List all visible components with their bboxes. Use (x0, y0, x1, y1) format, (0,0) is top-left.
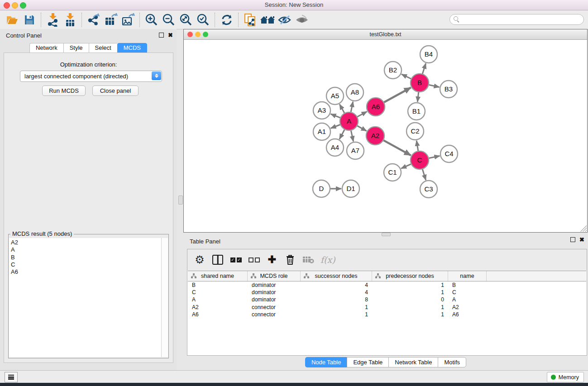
show-all-networks-icon[interactable] (259, 12, 276, 28)
memory-label: Memory (559, 374, 579, 381)
tab-node-table[interactable]: Node Table (305, 357, 347, 367)
edge-A-A5 (339, 104, 344, 113)
table-row[interactable]: Adominator80A (188, 296, 586, 303)
close-panel-icon[interactable]: ✖ (168, 33, 173, 38)
export-network-icon[interactable] (85, 12, 102, 28)
export-image-icon[interactable] (120, 12, 137, 28)
edge-A-A7 (351, 131, 353, 142)
import-table-icon[interactable] (62, 12, 79, 28)
tab-style[interactable]: Style (63, 43, 89, 53)
column-header-predecessor-nodes[interactable]: predecessor nodes (372, 271, 448, 281)
mcds-result-item[interactable]: A (9, 246, 161, 253)
graph-node-label: B2 (389, 66, 397, 74)
edge-A2-C (383, 140, 411, 155)
show-selected-icon[interactable] (293, 12, 311, 28)
function-builder-icon[interactable]: f(x) (320, 253, 335, 267)
table-cell: A2 (188, 304, 248, 311)
search-field (449, 14, 584, 25)
column-header-MCDS-role[interactable]: MCDS role (248, 271, 301, 281)
table-cell: B (448, 281, 487, 289)
save-session-icon[interactable] (21, 12, 38, 28)
task-history-button[interactable] (5, 372, 18, 382)
deselect-all-rows-icon[interactable] (248, 253, 260, 267)
table-cell: 1 (372, 311, 448, 318)
mcds-result-item[interactable]: A6 (9, 268, 161, 276)
open-file-icon[interactable] (4, 12, 21, 28)
mcds-result-item[interactable]: C (9, 261, 161, 268)
hide-selected-icon[interactable] (276, 12, 293, 28)
import-network-icon[interactable] (44, 12, 62, 28)
delete-table-icon[interactable] (302, 253, 314, 267)
network-canvas[interactable]: AA1A2A3A4A5A6A7A8BB1B2B3B4CC1C2C3C4DD1 (184, 39, 586, 231)
app-titlebar: Session: New Session (0, 0, 588, 10)
run-mcds-button[interactable]: Run MCDS (42, 86, 86, 96)
control-panel: Control Panel ✖ NetworkStyleSelectMCDS O… (0, 29, 177, 370)
column-header-successor-nodes[interactable]: successor nodes (301, 271, 372, 281)
mcds-result-item[interactable]: A2 (9, 239, 161, 246)
tab-network[interactable]: Network (29, 43, 63, 53)
dropdown-value: largest connected component (directed) (24, 73, 128, 80)
edge-B-B2 (402, 74, 411, 79)
edge-A6-B (384, 88, 411, 102)
window-resize-grip[interactable] (580, 225, 587, 232)
mcds-result-scrollbar[interactable] (161, 238, 168, 357)
graph-node-label: A (347, 117, 351, 125)
search-input[interactable] (449, 14, 584, 25)
float-table-panel-icon[interactable] (570, 237, 575, 242)
duplicate-network-icon[interactable] (242, 12, 259, 28)
zoom-selected-icon[interactable] (195, 12, 212, 28)
zoom-out-icon[interactable] (160, 12, 177, 28)
table-cell: 1 (372, 304, 448, 311)
node-table: shared nameMCDS rolesuccessor nodesprede… (188, 271, 586, 355)
table-panel-tabs: Node TableEdge TableNetwork TableMotifs (183, 357, 588, 367)
close-panel-button[interactable]: Close panel (92, 86, 139, 96)
graph-node-label: A6 (372, 103, 380, 110)
table-header-row: shared nameMCDS rolesuccessor nodesprede… (188, 271, 586, 281)
mcds-result-item[interactable]: B (9, 254, 161, 261)
column-header-shared-name[interactable]: shared name (188, 271, 248, 281)
dropdown-stepper-icon (152, 71, 161, 80)
table-row[interactable]: A6connector11A6 (188, 311, 586, 318)
add-column-icon[interactable]: ✚ (266, 253, 278, 267)
network-window-titlebar[interactable]: testGlobe.txt (184, 29, 587, 40)
tab-motifs[interactable]: Motifs (438, 357, 466, 367)
column-header-name[interactable]: name (448, 271, 487, 281)
table-cell: B (188, 281, 248, 289)
tab-select[interactable]: Select (89, 43, 117, 53)
graph-node-label: B3 (445, 85, 453, 93)
edge-B-B3 (429, 85, 440, 87)
tab-mcds[interactable]: MCDS (117, 43, 147, 53)
mcds-result-list[interactable]: A2ABCA6 (9, 238, 161, 357)
splitpane-handle-vertical[interactable] (178, 195, 183, 205)
show-columns-icon[interactable] (212, 253, 224, 267)
zoom-in-icon[interactable] (143, 12, 160, 28)
tab-network-table[interactable]: Network Table (388, 357, 438, 367)
main-toolbar (0, 10, 588, 29)
memory-button[interactable]: Memory (547, 372, 584, 382)
control-panel-tabs: NetworkStyleSelectMCDS (0, 43, 177, 53)
table-panel-title: Table Panel (190, 238, 220, 245)
refresh-icon[interactable] (218, 12, 235, 28)
table-row[interactable]: Bdominator41B (188, 281, 586, 289)
toolbar-separator (139, 13, 140, 27)
table-settings-gear-icon[interactable]: ⚙ (194, 253, 206, 267)
select-all-rows-icon[interactable]: ✓✓ (230, 253, 242, 267)
column-label: shared name (201, 273, 234, 279)
toolbar-separator (238, 13, 239, 27)
tab-edge-table[interactable]: Edge Table (347, 357, 388, 367)
table-row[interactable]: Cdominator41C (188, 289, 586, 296)
edge-A-A6 (357, 111, 367, 116)
column-label: MCDS role (260, 273, 287, 279)
delete-column-trash-icon[interactable] (284, 253, 296, 267)
table-row[interactable]: A2connector11A2 (188, 304, 586, 311)
optimization-criterion-select[interactable]: largest connected component (directed) (20, 71, 162, 82)
float-panel-icon[interactable] (159, 33, 164, 38)
zoom-fit-icon[interactable] (177, 12, 195, 28)
close-table-panel-icon[interactable]: ✖ (579, 237, 584, 242)
graph-node-label: B4 (425, 50, 433, 58)
mcds-result-groupbox: MCDS result (5 nodes) A2ABCA6 (8, 234, 169, 358)
export-table-icon[interactable] (102, 12, 120, 28)
network-view-window: testGlobe.txt AA1A2A3A4A5A6A7A8BB1B2B3B4… (183, 29, 588, 233)
table-cell: 8 (301, 296, 372, 303)
mcds-result-title: MCDS result (5 nodes) (10, 230, 74, 237)
